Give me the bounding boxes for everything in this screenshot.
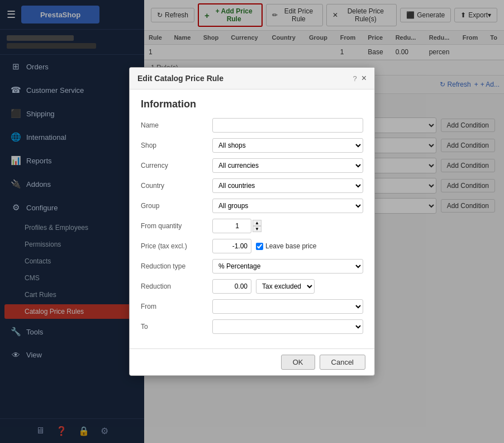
form-row-from: From — [141, 299, 363, 314]
modal-footer: OK Cancel — [130, 348, 374, 375]
modal-ok-button[interactable]: OK — [281, 355, 315, 370]
edit-catalog-price-rule-modal: Edit Catalog Price Rule ? × Information … — [129, 67, 375, 376]
form-row-from-qty: From quantity ▲ ▼ — [141, 219, 363, 233]
from-qty-input[interactable] — [212, 219, 251, 233]
form-select-to[interactable] — [212, 319, 363, 334]
form-label-from-qty: From quantity — [141, 222, 208, 230]
form-label-from: From — [141, 303, 208, 310]
form-select-tax[interactable]: Tax excluded Tax included — [256, 279, 315, 294]
form-select-from[interactable] — [212, 299, 363, 314]
form-label-reduction-type: Reduction type — [141, 262, 208, 270]
modal-header: Edit Catalog Price Rule ? × — [130, 68, 374, 89]
form-label-name: Name — [141, 121, 208, 129]
leave-base-price-checkbox[interactable] — [256, 243, 263, 250]
form-row-currency: Currency All currencies — [141, 158, 363, 173]
form-row-reduction: Reduction Tax excluded Tax included — [141, 279, 363, 294]
modal-close-button[interactable]: × — [362, 73, 367, 83]
form-row-group: Group All groups — [141, 199, 363, 213]
form-select-group[interactable]: All groups — [212, 199, 363, 213]
form-select-currency[interactable]: All currencies — [212, 158, 363, 173]
form-row-to: To — [141, 319, 363, 334]
form-row-shop: Shop All shops — [141, 138, 363, 153]
form-select-shop[interactable]: All shops — [212, 138, 363, 153]
modal-section-title: Information — [141, 98, 363, 110]
modal-overlay: Edit Catalog Price Rule ? × Information … — [0, 0, 504, 443]
form-input-name[interactable] — [212, 118, 363, 133]
form-label-shop: Shop — [141, 142, 208, 149]
form-label-group: Group — [141, 202, 208, 210]
form-label-price: Price (tax excl.) — [141, 242, 208, 250]
form-select-country[interactable]: All countries — [212, 178, 363, 193]
qty-increment-button[interactable]: ▲ — [253, 220, 261, 226]
form-label-to: To — [141, 323, 208, 331]
form-select-reduction-type[interactable]: % Percentage Amount — [212, 259, 363, 274]
form-row-reduction-type: Reduction type % Percentage Amount — [141, 259, 363, 274]
form-row-country: Country All countries — [141, 178, 363, 193]
form-input-reduction[interactable] — [212, 279, 251, 294]
form-label-currency: Currency — [141, 162, 208, 169]
modal-body: Information Name Shop All shops Currency… — [130, 89, 374, 348]
form-label-country: Country — [141, 182, 208, 190]
form-row-price: Price (tax excl.) Leave base price — [141, 239, 363, 253]
from-qty-spinner: ▲ ▼ — [212, 219, 261, 233]
form-label-reduction: Reduction — [141, 282, 208, 290]
form-row-name: Name — [141, 118, 363, 133]
leave-base-price-label: Leave base price — [256, 242, 316, 250]
modal-title: Edit Catalog Price Rule — [137, 74, 224, 83]
modal-help-button[interactable]: ? — [353, 74, 356, 83]
modal-cancel-button[interactable]: Cancel — [320, 355, 365, 370]
form-input-price[interactable] — [212, 239, 251, 253]
qty-decrement-button[interactable]: ▼ — [253, 226, 261, 232]
